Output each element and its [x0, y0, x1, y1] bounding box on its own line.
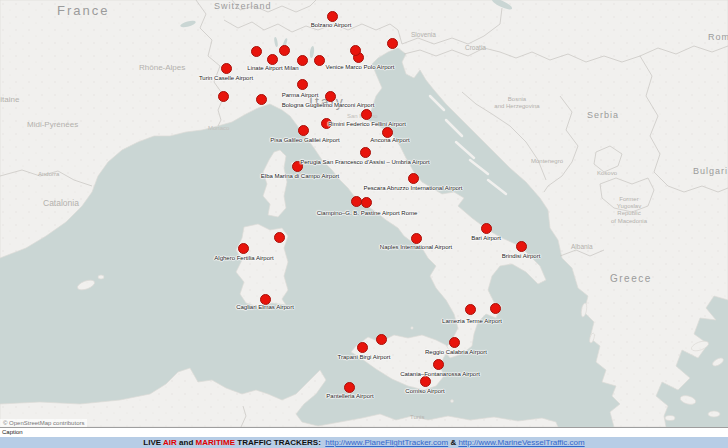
airport-label: Parma Airport: [282, 92, 319, 98]
airport-label: Bolzano Airport: [311, 22, 352, 28]
caption-text-segment: &: [448, 438, 458, 447]
airport-marker-pescara-abruzzo-international-airport[interactable]: [408, 173, 419, 184]
airport-marker-perugia-san-francesco-d-assisi-umbria-airport[interactable]: [360, 147, 371, 158]
airport-marker-catania-fontanarossa-airport[interactable]: [433, 359, 444, 370]
page: { "map": { "attribution": "© OpenStreetM…: [0, 0, 728, 448]
airport-label: Ancona Airport: [370, 137, 409, 143]
tracker-link[interactable]: http://www.PlaneFlightTracker.com: [325, 438, 448, 447]
airport-marker-pisa-galileo-galilei-airport[interactable]: [298, 125, 309, 136]
airport-marker-parma-airport[interactable]: [297, 79, 308, 90]
airport-marker[interactable]: [350, 45, 361, 56]
airport-marker-linate-airport-milan[interactable]: [267, 54, 278, 65]
airport-marker-naples-international-airport[interactable]: [411, 233, 422, 244]
caption-bar-text: LIVE AIR and MARITIME TRAFFIC TRACKERS: …: [143, 438, 584, 447]
airport-marker[interactable]: [279, 45, 290, 56]
airport-marker-turin-caselle-airport[interactable]: [221, 63, 232, 74]
caption-strip: Caption: [0, 427, 728, 437]
airport-marker-lamezia-terme-airport[interactable]: [465, 304, 476, 315]
airport-marker-comiso-airport[interactable]: [420, 376, 431, 387]
airport-marker-bolzano-airport[interactable]: [327, 11, 338, 22]
caption-text-segment: TRAFFIC TRACKERS:: [235, 438, 325, 447]
airport-label: Trapani Birgi Airport: [338, 354, 391, 360]
airport-marker[interactable]: [297, 55, 308, 66]
airport-marker[interactable]: [490, 303, 501, 314]
airport-label: Bologna Guglielmo Marconi Airport: [282, 102, 375, 108]
airport-marker-trapani-birgi-airport[interactable]: [357, 342, 368, 353]
airport-label: Ciampino–G. B. Pastine Airport Rome: [317, 210, 418, 216]
caption-text-segment: AIR: [163, 438, 177, 447]
airport-label: Alghero Fertilia Airport: [214, 255, 273, 261]
map-attribution: © OpenStreetMap contributors: [0, 419, 87, 427]
caption-text-segment: and: [177, 438, 196, 447]
airport-label: Perugia San Francesco d'Assisi – Umbria …: [300, 159, 430, 165]
airport-label: Rimini Federico Fellini Airport: [328, 121, 406, 127]
airport-marker[interactable]: [218, 91, 229, 102]
airport-marker[interactable]: [274, 232, 285, 243]
airport-marker-brindisi-airport[interactable]: [516, 241, 527, 252]
airport-label: Catania–Fontanarossa Airport: [400, 371, 480, 377]
airport-label: Turin Caselle Airport: [199, 75, 253, 81]
caption-bar: LIVE AIR and MARITIME TRAFFIC TRACKERS: …: [0, 437, 728, 448]
airport-marker-pantelleria-airport[interactable]: [344, 382, 355, 393]
airport-label: Linate Airport Milan: [247, 65, 298, 71]
airport-label: Comiso Airport: [405, 388, 444, 394]
airport-label: Brindisi Airport: [502, 253, 541, 259]
map-canvas[interactable]: FranceSwitzerlandItalySerbiaGreeceBulgar…: [0, 0, 728, 427]
airport-label: Elba Marina di Campo Airport: [261, 173, 339, 179]
airport-marker-rimini-federico-fellini-airport[interactable]: [361, 109, 372, 120]
airport-marker[interactable]: [256, 94, 267, 105]
airport-label: Pescara Abruzzo International Airport: [363, 185, 462, 191]
airport-marker-ciampino-g-b-pastine-airport-rome[interactable]: [361, 197, 372, 208]
airport-label: Cagliari Elmas Airport: [236, 304, 294, 310]
airport-marker-alghero-fertilia-airport[interactable]: [238, 243, 249, 254]
caption-text-segment: LIVE: [143, 438, 163, 447]
tracker-link[interactable]: http://www.MarineVesselTraffic.com: [458, 438, 584, 447]
airport-marker-reggio-calabria-airport[interactable]: [449, 337, 460, 348]
airport-marker-ancona-airport[interactable]: [382, 127, 393, 138]
airport-label: Reggio Calabria Airport: [425, 349, 487, 355]
caption-text-segment: MARITIME: [196, 438, 236, 447]
airport-label: Naples International Airport: [380, 244, 452, 250]
caption-label: Caption: [0, 428, 728, 437]
airport-label: Pantelleria Airport: [326, 393, 373, 399]
airport-marker[interactable]: [251, 46, 262, 57]
airport-label: Lamezia Terme Airport: [442, 318, 502, 324]
airport-marker[interactable]: [387, 38, 398, 49]
airport-label: Venice Marco Polo Airport: [325, 64, 394, 70]
airport-label: Pisa Galileo Galilei Airport: [270, 137, 339, 143]
airport-label: Bari Airport: [471, 235, 501, 241]
marker-layer: Bolzano AirportTurin Caselle AirportLina…: [0, 0, 728, 427]
airport-marker-bari-airport[interactable]: [481, 223, 492, 234]
airport-marker[interactable]: [376, 334, 387, 345]
airport-marker[interactable]: [314, 55, 325, 66]
airport-marker[interactable]: [351, 196, 362, 207]
airport-marker-bologna-guglielmo-marconi-airport[interactable]: [325, 91, 336, 102]
